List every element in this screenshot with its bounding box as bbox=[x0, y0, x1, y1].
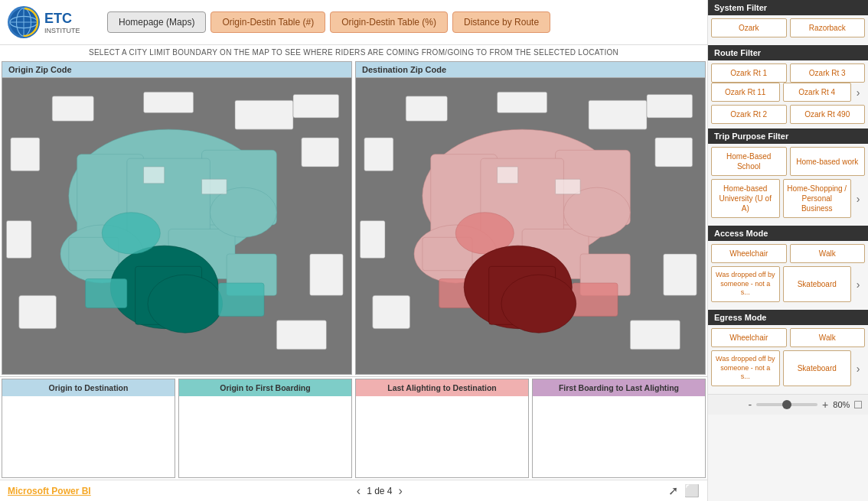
trip-purpose-work[interactable]: Home-based work bbox=[790, 147, 866, 176]
logo-institute-label: INSTITUTE bbox=[44, 27, 80, 34]
subtitle: SELECT A CITY LIMIT BOUNDARY ON THE MAP … bbox=[0, 45, 707, 60]
route-filter-row-2-btns: Ozark Rt 11 Ozark Rt 4 bbox=[711, 83, 851, 102]
route-filter-row-3-btns: Ozark Rt 2 Ozark Rt 490 bbox=[711, 105, 865, 124]
route-filter-rt1[interactable]: Ozark Rt 1 bbox=[711, 63, 787, 83]
panel-origin-destination-body bbox=[2, 396, 175, 477]
trip-purpose-chevron[interactable]: › bbox=[851, 193, 865, 205]
route-filter-rt4[interactable]: Ozark Rt 4 bbox=[783, 83, 852, 102]
svg-point-28 bbox=[148, 275, 223, 333]
fullscreen-icon[interactable]: ⬜ bbox=[684, 483, 700, 498]
route-filter-rt490[interactable]: Ozark Rt 490 bbox=[790, 105, 866, 124]
egress-dropped-off[interactable]: Was dropped off by someone - not a s... bbox=[711, 350, 780, 386]
panel-first-boarding-last-alighting: First Boarding to Last Alighting bbox=[532, 379, 706, 478]
route-filter-section: Route Filter Ozark Rt 1 Ozark Rt 3 Ozark… bbox=[708, 45, 868, 127]
access-mode-section: Access Mode Wheelchair Walk Was dropped … bbox=[708, 226, 868, 308]
egress-mode-row-2: Was dropped off by someone - not a s... … bbox=[711, 350, 865, 386]
access-mode-row-1-btns: Wheelchair Walk bbox=[711, 244, 865, 263]
route-filter-rt11[interactable]: Ozark Rt 11 bbox=[711, 83, 780, 102]
zoom-slider[interactable] bbox=[756, 403, 817, 406]
egress-wheelchair[interactable]: Wheelchair bbox=[711, 328, 787, 347]
logo-etc-label: ETC bbox=[44, 11, 80, 27]
nav-origin-destin-pct-button[interactable]: Origin-Destin Table (%) bbox=[330, 11, 448, 33]
pagination-text: 1 de 4 bbox=[367, 486, 392, 496]
access-mode-header: Access Mode bbox=[708, 226, 868, 241]
panel-first-boarding-body bbox=[533, 396, 705, 477]
system-filter-razorback[interactable]: Razorback bbox=[790, 18, 866, 37]
zoom-minus-icon[interactable]: - bbox=[748, 399, 752, 411]
access-mode-chevron[interactable]: › bbox=[851, 278, 865, 291]
access-dropped-off[interactable]: Was dropped off by someone - not a s... bbox=[711, 266, 780, 302]
page-next-arrow[interactable]: › bbox=[399, 484, 403, 498]
system-filter-ozark[interactable]: Ozark bbox=[711, 18, 787, 37]
share-icon[interactable]: ➚ bbox=[668, 483, 678, 498]
logo-text: ETC INSTITUTE bbox=[44, 11, 80, 34]
svg-rect-12 bbox=[302, 138, 339, 167]
nav-homepage-button[interactable]: Homepage (Maps) bbox=[107, 11, 206, 33]
access-wheelchair[interactable]: Wheelchair bbox=[711, 244, 787, 263]
svg-rect-33 bbox=[202, 179, 227, 194]
destination-map-title: Destination Zip Code bbox=[356, 62, 705, 78]
route-filter-row-1: Ozark Rt 1 Ozark Rt 3 bbox=[711, 63, 865, 83]
route-filter-body: Ozark Rt 1 Ozark Rt 3 Ozark Rt 11 Ozark … bbox=[708, 60, 868, 127]
egress-skateboard[interactable]: Skateboard bbox=[783, 350, 852, 386]
panel-last-alighting-body bbox=[356, 396, 528, 477]
svg-point-59 bbox=[501, 275, 576, 333]
pagination: ‹ 1 de 4 › bbox=[357, 484, 403, 498]
footer-icons: ➚ ⬜ bbox=[668, 483, 700, 498]
trip-purpose-row-2: Home-based University (U of A) Home-Shop… bbox=[711, 179, 865, 218]
svg-rect-60 bbox=[498, 167, 518, 184]
access-mode-row-2: Was dropped off by someone - not a s... … bbox=[711, 266, 865, 302]
egress-mode-row-1: Wheelchair Walk bbox=[711, 328, 865, 347]
origin-map-body[interactable] bbox=[2, 78, 351, 372]
logo-area: ETC INSTITUTE bbox=[8, 6, 100, 38]
svg-rect-16 bbox=[6, 221, 31, 259]
route-filter-chevron[interactable]: › bbox=[851, 86, 865, 99]
right-sidebar: System Filter Ozark Razorback Route Filt… bbox=[707, 0, 868, 501]
egress-mode-header: Egress Mode bbox=[708, 310, 868, 325]
svg-rect-55 bbox=[572, 283, 618, 316]
svg-rect-8 bbox=[144, 92, 194, 112]
zoom-reset-icon[interactable]: □ bbox=[854, 398, 862, 412]
svg-rect-35 bbox=[406, 96, 447, 122]
system-filter-row-1: Ozark Razorback bbox=[711, 18, 865, 37]
zoom-plus-icon[interactable]: + bbox=[822, 399, 828, 411]
route-filter-row-3: Ozark Rt 2 Ozark Rt 490 bbox=[711, 105, 865, 124]
zoom-bar: - + 80% □ bbox=[708, 394, 868, 415]
nav-origin-destin-hash-button[interactable]: Origin-Destin Table (#) bbox=[210, 11, 325, 33]
svg-rect-61 bbox=[556, 179, 581, 194]
access-skateboard[interactable]: Skateboard bbox=[783, 266, 852, 302]
svg-rect-15 bbox=[310, 254, 343, 295]
bottom-panels: Origin to Destination Origin to First Bo… bbox=[0, 376, 707, 480]
panel-origin-first-boarding-title: Origin to First Boarding bbox=[179, 379, 351, 396]
powerbi-footer: Microsoft Power BI ‹ 1 de 4 › ➚ ⬜ bbox=[0, 480, 707, 501]
trip-purpose-school[interactable]: Home-Based School bbox=[711, 147, 787, 176]
nav-distance-route-button[interactable]: Distance by Route bbox=[452, 11, 550, 33]
zoom-percent: 80% bbox=[833, 400, 850, 409]
route-filter-header: Route Filter bbox=[708, 45, 868, 60]
svg-point-25 bbox=[210, 187, 276, 237]
panel-last-alighting-destination: Last Alighting to Destination bbox=[355, 379, 529, 478]
destination-map-body[interactable] bbox=[356, 78, 705, 372]
egress-mode-chevron[interactable]: › bbox=[851, 363, 865, 375]
egress-walk[interactable]: Walk bbox=[790, 328, 866, 347]
access-mode-row-1: Wheelchair Walk bbox=[711, 244, 865, 263]
panel-last-alighting-title: Last Alighting to Destination bbox=[356, 379, 528, 396]
trip-purpose-university[interactable]: Home-based University (U of A) bbox=[711, 179, 780, 218]
egress-mode-section: Egress Mode Wheelchair Walk Was dropped … bbox=[708, 310, 868, 392]
trip-purpose-shopping[interactable]: Home-Shopping / Personal Business bbox=[783, 179, 852, 218]
route-filter-rt2[interactable]: Ozark Rt 2 bbox=[711, 105, 787, 124]
powerbi-link[interactable]: Microsoft Power BI bbox=[8, 486, 91, 496]
svg-rect-14 bbox=[276, 320, 326, 350]
svg-rect-10 bbox=[293, 95, 339, 118]
route-filter-row-1-btns: Ozark Rt 1 Ozark Rt 3 bbox=[711, 63, 865, 83]
egress-mode-row-2-btns: Was dropped off by someone - not a s... … bbox=[711, 350, 851, 386]
page-prev-arrow[interactable]: ‹ bbox=[357, 484, 361, 498]
trip-purpose-row-2-btns: Home-based University (U of A) Home-Shop… bbox=[711, 179, 851, 218]
svg-rect-32 bbox=[144, 167, 165, 184]
trip-purpose-row-1: Home-Based School Home-based work bbox=[711, 147, 865, 176]
route-filter-rt3[interactable]: Ozark Rt 3 bbox=[790, 63, 866, 83]
access-walk[interactable]: Walk bbox=[790, 244, 866, 263]
panel-origin-destination: Origin to Destination bbox=[2, 379, 175, 478]
panel-origin-first-boarding-body bbox=[179, 396, 351, 477]
svg-rect-40 bbox=[655, 138, 693, 167]
